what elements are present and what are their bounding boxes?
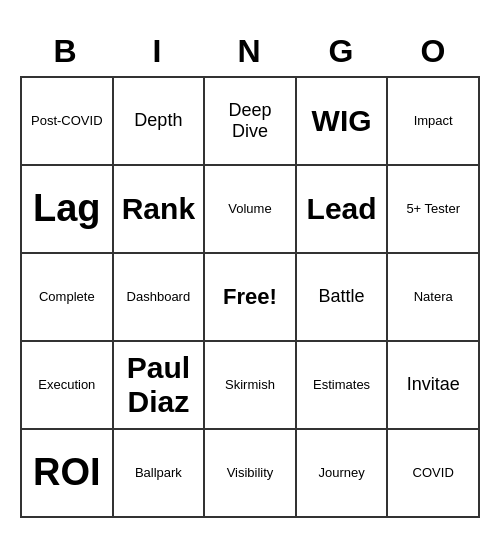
bingo-cell-r4-c1: Ballpark bbox=[114, 430, 206, 518]
cell-text: Journey bbox=[301, 465, 383, 480]
bingo-cell-r0-c2: Deep Dive bbox=[205, 78, 297, 166]
cell-text: Post-COVID bbox=[26, 113, 108, 128]
cell-text: Dashboard bbox=[118, 289, 200, 304]
header-letter: G bbox=[296, 27, 388, 76]
cell-text: Ballpark bbox=[118, 465, 200, 480]
cell-text: Free! bbox=[209, 284, 291, 310]
cell-text: 5+ Tester bbox=[392, 201, 474, 216]
bingo-cell-r2-c0: Complete bbox=[22, 254, 114, 342]
bingo-header: BINGO bbox=[20, 27, 480, 76]
bingo-cell-r3-c1: Paul Diaz bbox=[114, 342, 206, 430]
header-letter: I bbox=[112, 27, 204, 76]
cell-text: WIG bbox=[301, 104, 383, 138]
cell-text: Impact bbox=[392, 113, 474, 128]
bingo-cell-r2-c2: Free! bbox=[205, 254, 297, 342]
cell-text: Paul Diaz bbox=[118, 351, 200, 419]
bingo-cell-r2-c1: Dashboard bbox=[114, 254, 206, 342]
bingo-cell-r1-c0: Lag bbox=[22, 166, 114, 254]
bingo-cell-r4-c3: Journey bbox=[297, 430, 389, 518]
bingo-grid: Post-COVIDDepthDeep DiveWIGImpactLagRank… bbox=[20, 76, 480, 518]
header-letter: O bbox=[388, 27, 480, 76]
cell-text: ROI bbox=[26, 451, 108, 494]
bingo-cell-r2-c3: Battle bbox=[297, 254, 389, 342]
bingo-cell-r4-c0: ROI bbox=[22, 430, 114, 518]
cell-text: Battle bbox=[301, 286, 383, 307]
cell-text: Natera bbox=[392, 289, 474, 304]
bingo-cell-r3-c0: Execution bbox=[22, 342, 114, 430]
bingo-cell-r0-c4: Impact bbox=[388, 78, 480, 166]
bingo-cell-r3-c2: Skirmish bbox=[205, 342, 297, 430]
cell-text: Complete bbox=[26, 289, 108, 304]
bingo-cell-r1-c1: Rank bbox=[114, 166, 206, 254]
bingo-cell-r4-c4: COVID bbox=[388, 430, 480, 518]
cell-text: Volume bbox=[209, 201, 291, 216]
cell-text: Depth bbox=[118, 110, 200, 131]
cell-text: Lag bbox=[26, 187, 108, 230]
bingo-cell-r1-c4: 5+ Tester bbox=[388, 166, 480, 254]
cell-text: Lead bbox=[301, 192, 383, 226]
bingo-cell-r0-c3: WIG bbox=[297, 78, 389, 166]
cell-text: Execution bbox=[26, 377, 108, 392]
bingo-cell-r0-c0: Post-COVID bbox=[22, 78, 114, 166]
bingo-cell-r1-c2: Volume bbox=[205, 166, 297, 254]
header-letter: B bbox=[20, 27, 112, 76]
bingo-cell-r1-c3: Lead bbox=[297, 166, 389, 254]
cell-text: Invitae bbox=[392, 374, 474, 395]
bingo-cell-r3-c4: Invitae bbox=[388, 342, 480, 430]
cell-text: COVID bbox=[392, 465, 474, 480]
cell-text: Rank bbox=[118, 192, 200, 226]
cell-text: Deep Dive bbox=[209, 100, 291, 142]
bingo-cell-r3-c3: Estimates bbox=[297, 342, 389, 430]
header-letter: N bbox=[204, 27, 296, 76]
bingo-cell-r2-c4: Natera bbox=[388, 254, 480, 342]
bingo-cell-r0-c1: Depth bbox=[114, 78, 206, 166]
bingo-cell-r4-c2: Visibility bbox=[205, 430, 297, 518]
cell-text: Visibility bbox=[209, 465, 291, 480]
cell-text: Estimates bbox=[301, 377, 383, 392]
cell-text: Skirmish bbox=[209, 377, 291, 392]
bingo-card: BINGO Post-COVIDDepthDeep DiveWIGImpactL… bbox=[20, 27, 480, 518]
